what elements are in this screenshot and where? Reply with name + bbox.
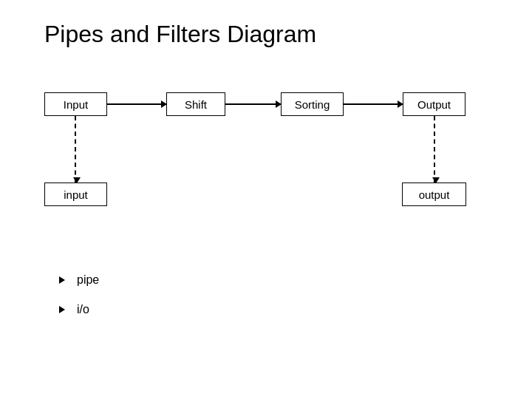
box-output-file: output bbox=[402, 183, 466, 206]
bullet-io bbox=[59, 306, 65, 313]
arrow-shift-sorting bbox=[225, 103, 281, 105]
diagram-area: Input Shift Sorting Output input ou bbox=[44, 81, 502, 273]
filter-sorting: Sorting bbox=[281, 92, 344, 116]
filter-shift: Shift bbox=[166, 92, 225, 116]
arrow-input-shift bbox=[107, 103, 166, 105]
legend-item-io: i/o bbox=[59, 303, 99, 316]
filter-input: Input bbox=[44, 92, 107, 116]
arrow-output-down bbox=[434, 116, 435, 183]
arrow-sorting-output bbox=[344, 103, 403, 105]
filter-output: Output bbox=[403, 92, 466, 116]
box-input-file: input bbox=[44, 183, 107, 206]
page-title: Pipes and Filters Diagram bbox=[0, 0, 532, 48]
arrow-input-down bbox=[75, 116, 76, 183]
legend-item-pipe: pipe bbox=[59, 273, 99, 287]
legend: pipe i/o bbox=[59, 273, 99, 332]
page: Pipes and Filters Diagram Input Shift So… bbox=[0, 0, 532, 399]
bullet-pipe bbox=[59, 276, 65, 284]
